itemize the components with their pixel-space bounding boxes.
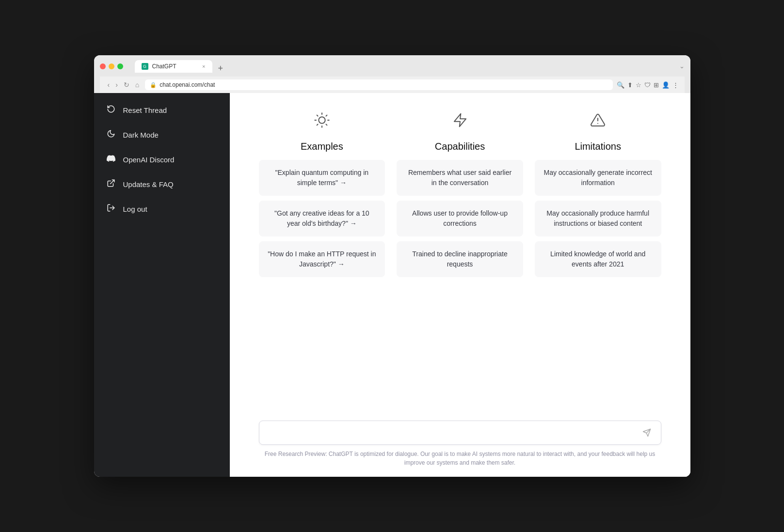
reload-button[interactable]: ↻ — [122, 80, 131, 90]
capabilities-title: Capabilities — [435, 141, 485, 152]
limitations-cards: May occasionally generate incorrect info… — [535, 160, 661, 277]
sun-icon — [314, 112, 330, 131]
tab-title: ChatGPT — [152, 63, 176, 70]
tab-bar: G ChatGPT × + ⌄ — [135, 60, 685, 73]
new-tab-button[interactable]: + — [214, 64, 227, 73]
url-text: chat.openai.com/chat — [160, 81, 215, 88]
limitations-column: Limitations May occasionally generate in… — [535, 112, 661, 277]
svg-line-9 — [317, 124, 318, 125]
svg-point-2 — [319, 117, 325, 123]
sidebar: Reset Thread Dark Mode OpenAI Discor — [94, 93, 230, 477]
sidebar-item-discord[interactable]: OpenAI Discord — [98, 148, 226, 171]
sidebar-item-label: OpenAI Discord — [123, 156, 175, 164]
limitation-card-1: May occasionally generate incorrect info… — [535, 160, 661, 196]
capabilities-column: Capabilities Remembers what user said ea… — [397, 112, 523, 277]
sidebar-item-logout[interactable]: Log out — [98, 198, 226, 220]
example-card-1[interactable]: "Explain quantum computing in simple ter… — [259, 160, 385, 196]
warning-icon — [590, 112, 606, 131]
address-bar-row: ‹ › ↻ ⌂ 🔒 chat.openai.com/chat 🔍 ⬆ ☆ 🛡 ⊞… — [100, 77, 685, 93]
chat-input[interactable] — [267, 427, 640, 438]
examples-cards: "Explain quantum computing in simple ter… — [259, 160, 385, 277]
capability-card-3: Trained to decline inappropriate request… — [397, 241, 523, 277]
address-bar[interactable]: 🔒 chat.openai.com/chat — [145, 79, 612, 90]
menu-icon[interactable]: ⋮ — [672, 81, 679, 89]
capabilities-cards: Remembers what user said earlier in the … — [397, 160, 523, 277]
lightning-icon — [452, 112, 468, 131]
browser-controls: G ChatGPT × + ⌄ — [100, 60, 685, 73]
share-icon[interactable]: ⬆ — [627, 81, 633, 89]
profile-icon[interactable]: 👤 — [662, 81, 670, 89]
discord-icon — [106, 154, 116, 165]
send-button[interactable] — [640, 428, 653, 437]
sidebar-item-dark-mode[interactable]: Dark Mode — [98, 124, 226, 146]
tab-favicon: G — [142, 63, 148, 70]
tab-menu-icon[interactable]: ⌄ — [679, 63, 685, 73]
shield-icon[interactable]: 🛡 — [644, 81, 651, 89]
search-icon[interactable]: 🔍 — [617, 81, 624, 89]
minimize-button[interactable] — [109, 63, 114, 69]
limitation-card-3: Limited knowledge of world and events af… — [535, 241, 661, 277]
limitation-card-2: May occasionally produce harmful instruc… — [535, 201, 661, 236]
capability-card-1: Remembers what user said earlier in the … — [397, 160, 523, 196]
sidebar-item-label: Updates & FAQ — [123, 180, 174, 188]
capability-card-2: Allows user to provide follow-up correct… — [397, 201, 523, 236]
browser-window: G ChatGPT × + ⌄ ‹ › ↻ ⌂ 🔒 chat.openai.co… — [94, 55, 690, 477]
columns-container: Examples "Explain quantum computing in s… — [259, 112, 661, 277]
nav-buttons: ‹ › ↻ ⌂ — [106, 80, 142, 90]
svg-line-6 — [326, 124, 327, 125]
forward-button[interactable]: › — [113, 80, 120, 90]
browser-actions: 🔍 ⬆ ☆ 🛡 ⊞ 👤 ⋮ — [617, 81, 679, 89]
input-box-wrapper — [259, 421, 661, 445]
sidebar-item-reset-thread[interactable]: Reset Thread — [98, 99, 226, 122]
examples-column: Examples "Explain quantum computing in s… — [259, 112, 385, 277]
back-button[interactable]: ‹ — [106, 80, 112, 90]
close-button[interactable] — [100, 63, 106, 69]
limitations-title: Limitations — [575, 141, 621, 152]
sidebar-item-label: Reset Thread — [123, 106, 167, 114]
svg-marker-11 — [454, 114, 466, 127]
home-button[interactable]: ⌂ — [133, 80, 141, 90]
tab-close-icon[interactable]: × — [202, 63, 205, 69]
input-area: Free Research Preview: ChatGPT is optimi… — [230, 413, 690, 477]
sidebar-item-label: Dark Mode — [123, 131, 159, 139]
maximize-button[interactable] — [117, 63, 123, 69]
extensions-icon[interactable]: ⊞ — [654, 81, 659, 89]
example-card-2[interactable]: "Got any creative ideas for a 10 year ol… — [259, 201, 385, 236]
reset-icon — [106, 105, 116, 116]
sidebar-item-label: Log out — [123, 205, 147, 213]
lock-icon: 🔒 — [150, 82, 157, 88]
svg-line-5 — [317, 115, 318, 116]
examples-title: Examples — [301, 141, 343, 152]
svg-line-0 — [110, 180, 114, 184]
browser-tab[interactable]: G ChatGPT × — [135, 60, 212, 73]
browser-chrome: G ChatGPT × + ⌄ ‹ › ↻ ⌂ 🔒 chat.openai.co… — [94, 55, 690, 93]
app-container: Reset Thread Dark Mode OpenAI Discor — [94, 93, 690, 477]
external-link-icon — [106, 179, 116, 190]
logout-icon — [106, 203, 116, 215]
main-content: Examples "Explain quantum computing in s… — [230, 93, 690, 477]
svg-line-10 — [326, 115, 327, 116]
footer-text: Free Research Preview: ChatGPT is optimi… — [259, 450, 661, 471]
bookmark-icon[interactable]: ☆ — [636, 81, 641, 89]
traffic-lights — [100, 63, 123, 69]
moon-icon — [106, 129, 116, 141]
chat-area: Examples "Explain quantum computing in s… — [230, 93, 690, 413]
sidebar-item-updates-faq[interactable]: Updates & FAQ — [98, 173, 226, 196]
example-card-3[interactable]: "How do I make an HTTP request in Javasc… — [259, 241, 385, 277]
